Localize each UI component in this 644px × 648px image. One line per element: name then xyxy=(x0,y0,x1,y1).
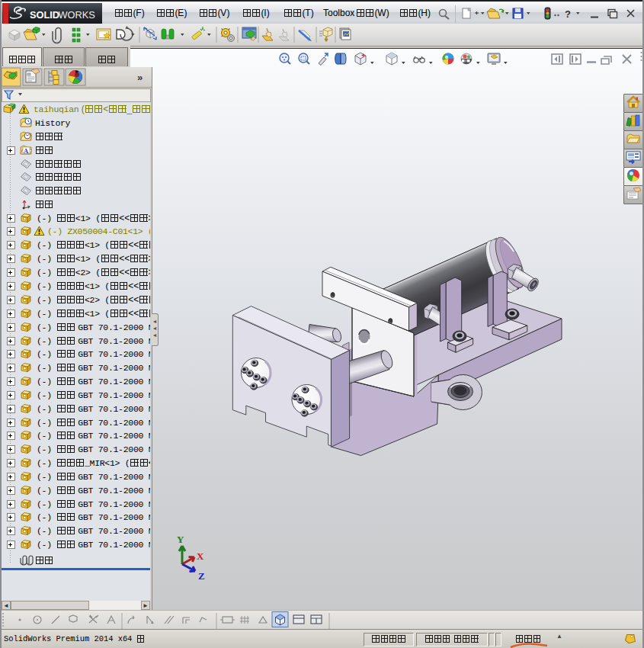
svg-text:?: ? xyxy=(565,8,571,20)
svg-text:WORKS: WORKS xyxy=(59,9,95,21)
svg-text:Z: Z xyxy=(198,570,205,582)
svg-text:SOLID: SOLID xyxy=(30,9,59,21)
svg-text:Y: Y xyxy=(177,534,184,545)
svg-text:X: X xyxy=(197,550,204,562)
svg-text:A: A xyxy=(24,147,29,155)
